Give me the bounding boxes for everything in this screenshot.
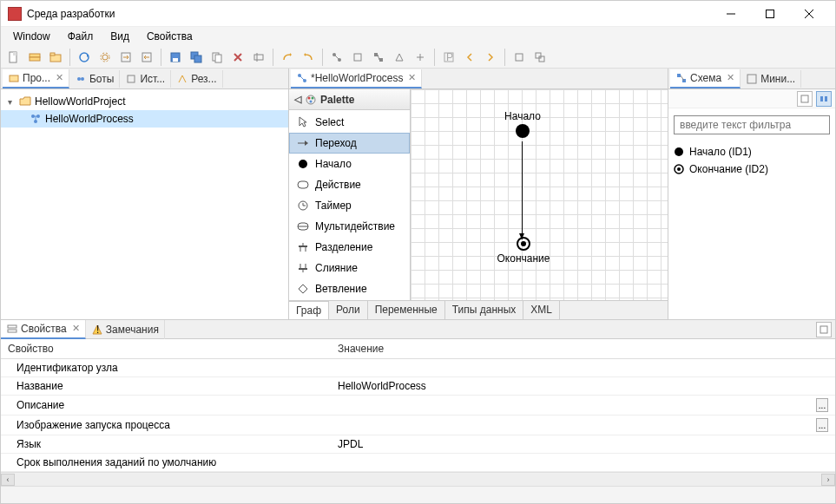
back-icon[interactable]: ◁ bbox=[294, 94, 301, 105]
prop-value[interactable]: HelloWorldProcess bbox=[331, 377, 809, 396]
palette-branch[interactable]: Ветвление bbox=[289, 278, 410, 299]
tree-project-node[interactable]: ▾ HellowWorldProject bbox=[1, 93, 288, 110]
maximize-panel-button[interactable] bbox=[816, 322, 832, 337]
prop-name[interactable]: Название bbox=[1, 377, 331, 396]
scroll-left-icon[interactable]: ‹ bbox=[1, 474, 15, 486]
tab-variables[interactable]: Переменные bbox=[368, 301, 445, 319]
prop-name[interactable]: Изображение запуска процесса bbox=[1, 416, 331, 435]
graph-edge[interactable] bbox=[522, 141, 523, 239]
close-button[interactable] bbox=[789, 2, 828, 26]
prop-value[interactable] bbox=[331, 359, 809, 377]
toolbar-folder-icon[interactable] bbox=[46, 48, 65, 67]
tab-bots[interactable]: Боты bbox=[69, 70, 120, 88]
toolbar-dup2-icon[interactable] bbox=[530, 48, 550, 67]
toolbar-prev-icon[interactable] bbox=[460, 48, 479, 67]
graph-canvas[interactable]: Начало Окончание bbox=[411, 89, 668, 300]
prop-value[interactable] bbox=[331, 396, 809, 416]
properties-col-name[interactable]: Свойство bbox=[1, 339, 331, 359]
palette-join[interactable]: Слияние bbox=[289, 258, 410, 278]
outline-items: Начало (ID1) Окончание (ID2) bbox=[668, 141, 835, 180]
editor-tab[interactable]: *HelloWorldProcess ✕ bbox=[291, 69, 422, 88]
prop-name[interactable]: Идентификатор узла bbox=[1, 359, 331, 377]
palette-fork[interactable]: Разделение bbox=[289, 237, 410, 258]
toolbar-import-icon[interactable] bbox=[137, 48, 156, 67]
toolbar-graph5-icon[interactable] bbox=[411, 48, 430, 67]
prop-value[interactable] bbox=[331, 454, 809, 472]
palette-header[interactable]: ◁ Palette bbox=[289, 89, 410, 110]
close-icon[interactable]: ✕ bbox=[56, 72, 63, 83]
toolbar-graph3-icon[interactable] bbox=[369, 48, 388, 67]
toolbar-copy-icon[interactable] bbox=[207, 48, 227, 67]
tab-datatypes[interactable]: Типы данных bbox=[445, 301, 524, 319]
graph-end-node[interactable]: Окончание bbox=[493, 237, 554, 265]
graph-start-node[interactable]: Начало bbox=[501, 110, 544, 138]
scroll-right-icon[interactable]: › bbox=[821, 474, 835, 486]
menu-window[interactable]: Window bbox=[4, 28, 59, 45]
svg-rect-7 bbox=[30, 57, 40, 61]
toolbar-refresh-icon[interactable] bbox=[75, 48, 94, 67]
project-panel: Про... ✕ Боты Ист... Рез... ▾ HellowWorl… bbox=[1, 69, 289, 319]
toolbar-delete-icon[interactable] bbox=[228, 48, 247, 67]
tab-outline[interactable]: Схема ✕ bbox=[670, 69, 741, 88]
toolbar-gear-icon[interactable] bbox=[95, 48, 115, 67]
outline-btn1[interactable] bbox=[797, 91, 813, 107]
palette-multiaction[interactable]: Мультидействие bbox=[289, 216, 410, 237]
tab-properties[interactable]: Свойства ✕ bbox=[1, 320, 86, 339]
palette-timer[interactable]: Таймер bbox=[289, 195, 410, 216]
properties-hscroll[interactable]: ‹ › bbox=[1, 472, 835, 486]
tab-problems[interactable]: ! Замечания bbox=[86, 320, 165, 339]
toolbar-graph2-icon[interactable] bbox=[348, 48, 367, 67]
prop-name[interactable]: Описание bbox=[1, 396, 331, 416]
menu-view[interactable]: Вид bbox=[102, 28, 138, 45]
close-icon[interactable]: ✕ bbox=[408, 72, 416, 83]
tab-history[interactable]: Ист... bbox=[120, 70, 171, 88]
toolbar-rename-icon[interactable] bbox=[249, 48, 268, 67]
toolbar-dup1-icon[interactable] bbox=[510, 48, 529, 67]
toolbar-export-icon[interactable] bbox=[116, 48, 135, 67]
outline-filter-input[interactable] bbox=[674, 115, 830, 134]
palette-start[interactable]: Начало bbox=[289, 154, 410, 174]
toolbar-new-icon[interactable] bbox=[4, 48, 23, 67]
tab-results[interactable]: Рез... bbox=[171, 70, 222, 88]
toolbar-save-icon[interactable] bbox=[166, 48, 185, 67]
prop-name[interactable]: Срок выполнения заданий по умолчанию bbox=[1, 454, 331, 472]
prop-value[interactable]: JPDL bbox=[331, 435, 809, 454]
chevron-down-icon[interactable]: ▾ bbox=[8, 97, 18, 107]
tab-minimap[interactable]: Мини... bbox=[741, 70, 801, 88]
prop-value[interactable] bbox=[331, 416, 809, 435]
outline-panel: Схема ✕ Мини... Начало (ID1) Окончание (… bbox=[668, 69, 835, 319]
prop-name[interactable]: Язык bbox=[1, 435, 331, 454]
toolbar-undo-icon[interactable] bbox=[278, 48, 297, 67]
properties-col-value[interactable]: Значение bbox=[331, 339, 835, 359]
tab-roles[interactable]: Роли bbox=[329, 301, 368, 319]
tree-process-node[interactable]: HelloWorldProcess bbox=[1, 110, 288, 128]
ellipsis-button[interactable]: ... bbox=[816, 418, 828, 432]
tab-xml[interactable]: XML bbox=[523, 301, 560, 319]
toolbar-redo-icon[interactable] bbox=[299, 48, 318, 67]
menu-file[interactable]: Файл bbox=[59, 28, 102, 45]
tab-graph[interactable]: Граф bbox=[289, 301, 329, 319]
outline-item-start[interactable]: Начало (ID1) bbox=[674, 143, 830, 160]
prop-btn[interactable]: ... bbox=[809, 416, 835, 435]
palette-transition[interactable]: Переход bbox=[289, 133, 410, 154]
ellipsis-button[interactable]: ... bbox=[816, 398, 828, 412]
minimize-button[interactable] bbox=[711, 2, 750, 26]
outline-btn2[interactable] bbox=[816, 91, 832, 107]
toolbar-graph1-icon[interactable] bbox=[327, 48, 346, 67]
outline-item-end[interactable]: Окончание (ID2) bbox=[674, 160, 830, 178]
palette-select[interactable]: Select bbox=[289, 112, 410, 133]
close-icon[interactable]: ✕ bbox=[72, 323, 80, 334]
tab-projects[interactable]: Про... ✕ bbox=[3, 69, 69, 88]
menu-properties[interactable]: Свойства bbox=[138, 28, 201, 45]
maximize-button[interactable] bbox=[750, 2, 789, 26]
project-tree[interactable]: ▾ HellowWorldProject HelloWorldProcess bbox=[1, 89, 288, 319]
toolbar-explorer-icon[interactable] bbox=[25, 48, 44, 67]
close-icon[interactable]: ✕ bbox=[727, 72, 734, 83]
scroll-track[interactable] bbox=[15, 474, 821, 486]
toolbar-graph4-icon[interactable] bbox=[390, 48, 409, 67]
toolbar-p-icon[interactable]: P bbox=[439, 48, 458, 67]
toolbar-saveall-icon[interactable] bbox=[187, 48, 206, 67]
prop-btn[interactable]: ... bbox=[809, 396, 835, 416]
palette-action[interactable]: Действие bbox=[289, 174, 410, 195]
toolbar-next-icon[interactable] bbox=[481, 48, 500, 67]
